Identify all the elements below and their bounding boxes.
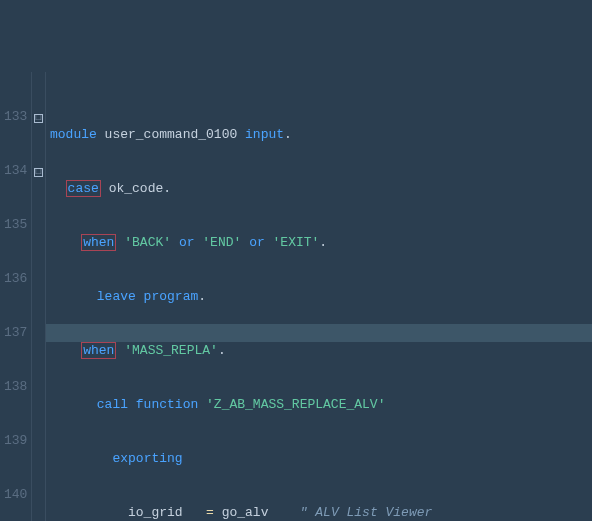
code-line[interactable]: io_grid = go_alv " ALV List Viewer bbox=[50, 504, 592, 521]
line-number: 139 bbox=[4, 432, 27, 450]
line-number: 135 bbox=[4, 216, 27, 234]
code-line[interactable]: leave program. bbox=[50, 288, 592, 306]
line-number-gutter: 133 134 135 136 137 138 139 140 141 142 … bbox=[0, 72, 32, 521]
code-line[interactable]: when 'MASS_REPLA'. bbox=[50, 342, 592, 360]
line-number: 136 bbox=[4, 270, 27, 288]
line-number: 134 bbox=[4, 162, 27, 180]
fold-toggle-icon[interactable]: □ bbox=[34, 114, 43, 123]
line-number: 138 bbox=[4, 378, 27, 396]
line-number: 137 bbox=[4, 324, 27, 342]
code-line[interactable]: when 'BACK' or 'END' or 'EXIT'. bbox=[50, 234, 592, 252]
code-area[interactable]: module user_command_0100 input. case ok_… bbox=[46, 72, 592, 521]
fold-toggle-icon[interactable]: □ bbox=[34, 168, 43, 177]
line-number: 133 bbox=[4, 108, 27, 126]
code-line[interactable]: exporting bbox=[50, 450, 592, 468]
code-line[interactable]: call function 'Z_AB_MASS_REPLACE_ALV' bbox=[50, 396, 592, 414]
code-editor[interactable]: 133 134 135 136 137 138 139 140 141 142 … bbox=[0, 72, 592, 521]
code-line[interactable]: module user_command_0100 input. bbox=[50, 126, 592, 144]
line-number: 140 bbox=[4, 486, 27, 504]
code-line[interactable]: case ok_code. bbox=[50, 180, 592, 198]
current-line-highlight bbox=[46, 324, 592, 342]
fold-column: □ □ □ bbox=[32, 72, 46, 521]
